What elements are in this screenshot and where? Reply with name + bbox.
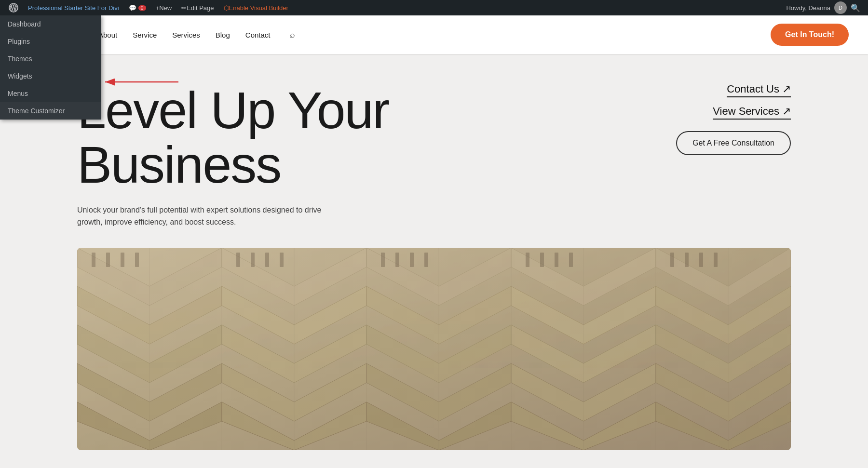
edit-page-button[interactable]: ✏ Edit Page <box>176 0 218 15</box>
menu-item-theme-customizer[interactable]: Theme Customizer <box>0 102 101 120</box>
admin-search-icon[interactable]: 🔍 <box>847 3 864 13</box>
hero-text-area: Level Up Your Business Unlock your brand… <box>77 83 463 228</box>
site-nav: Home About Service Services Blog Contact… <box>64 30 771 40</box>
wp-admin-bar: Professional Starter Site For Divi 💬 0 +… <box>0 0 868 15</box>
nav-services[interactable]: Services <box>172 31 200 39</box>
main-content: Level Up Your Business Unlock your brand… <box>0 0 868 468</box>
building-facade-svg <box>77 248 791 450</box>
hero-cta-area: Contact Us ↗ View Services ↗ Get A Free … <box>676 83 791 155</box>
get-in-touch-button[interactable]: Get In Touch! <box>771 24 849 46</box>
svg-rect-58 <box>77 248 791 450</box>
avatar[interactable]: D <box>834 1 847 14</box>
menu-item-plugins[interactable]: Plugins <box>0 33 101 50</box>
admin-bar-right: Howdy, Deanna D 🔍 <box>782 1 864 14</box>
visual-builder-button[interactable]: ⬡ Enable Visual Builder <box>219 0 293 15</box>
building-image <box>77 248 791 450</box>
wp-logo-button[interactable] <box>4 0 23 15</box>
view-services-link[interactable]: View Services ↗ <box>713 105 791 120</box>
site-header: D Home About Service Services Blog Conta… <box>0 15 868 54</box>
hero-subtitle: Unlock your brand's full potential with … <box>77 204 342 228</box>
menu-item-dashboard[interactable]: Dashboard <box>0 15 101 33</box>
site-name-button[interactable]: Professional Starter Site For Divi <box>23 0 124 15</box>
consultation-button[interactable]: Get A Free Consultation <box>676 131 791 155</box>
contact-us-link[interactable]: Contact Us ↗ <box>727 83 791 97</box>
howdy-text: Howdy, Deanna <box>782 4 834 12</box>
hero-section: Level Up Your Business Unlock your brand… <box>0 54 868 248</box>
nav-blog[interactable]: Blog <box>216 31 230 39</box>
comments-button[interactable]: 💬 0 <box>124 0 151 15</box>
appearance-dropdown: Dashboard Plugins Themes Widgets Menus T… <box>0 15 101 120</box>
menu-item-widgets[interactable]: Widgets <box>0 67 101 85</box>
menu-item-themes[interactable]: Themes <box>0 50 101 67</box>
nav-service[interactable]: Service <box>133 31 157 39</box>
external-link-icon-services: ↗ <box>782 105 791 118</box>
nav-search-icon[interactable]: ⌕ <box>290 30 295 40</box>
external-link-icon-contact: ↗ <box>782 83 791 95</box>
hero-title: Level Up Your Business <box>77 83 463 192</box>
nav-contact[interactable]: Contact <box>245 31 271 39</box>
menu-item-menus[interactable]: Menus <box>0 85 101 102</box>
new-content-button[interactable]: + New <box>151 0 177 15</box>
